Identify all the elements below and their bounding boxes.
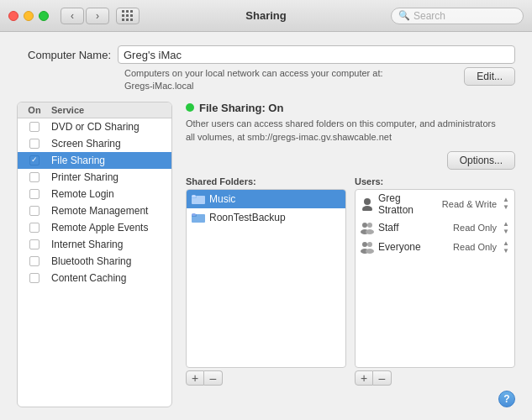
apps-grid-button[interactable] [116,8,140,24]
checkbox-remote-mgmt[interactable] [18,206,51,216]
nav-buttons: ‹ › [61,8,109,24]
user-permission: Read Only [453,223,497,233]
sidebar-item-remote-mgmt[interactable]: Remote Management [18,202,171,219]
group-icon [361,240,374,254]
checkbox-indicator-content-cache[interactable] [29,273,40,283]
down-arrow: ▼ [503,204,509,211]
service-name-internet: Internet Sharing [51,239,123,250]
checkbox-file[interactable] [18,155,51,165]
permission-arrows[interactable]: ▲▼ [503,197,509,211]
folders-list[interactable]: Music RoonTestBackup [186,189,346,368]
sidebar-item-content-cache[interactable]: Content Caching [18,270,171,286]
checkbox-bluetooth[interactable] [18,256,51,266]
up-arrow: ▲ [503,240,509,247]
remove-folder-button[interactable]: – [204,370,223,386]
close-button[interactable] [8,11,18,21]
user-permission: Read & Write [442,199,497,209]
service-name-bluetooth: Bluetooth Sharing [51,255,131,267]
users-list[interactable]: Greg StrattonRead & Write▲▼ StaffRead On… [355,189,515,368]
folder-icon [192,192,205,206]
folders-users-row: Shared Folders: Music RoonTestBackup + –… [186,176,515,386]
status-indicator [186,103,194,112]
user-item[interactable]: Greg StrattonRead & Write▲▼ [356,190,514,218]
checkbox-indicator-remote-mgmt[interactable] [29,206,40,216]
options-button-row: Options... [186,151,515,170]
right-panel: File Sharing: On Other users can access … [172,102,515,407]
minimize-button[interactable] [24,11,34,21]
user-item[interactable]: StaffRead Only▲▼ [356,218,514,238]
folder-name: RoonTestBackup [209,212,286,223]
folders-label: Shared Folders: [186,176,346,186]
checkbox-indicator-screen[interactable] [29,139,40,149]
sidebar-item-remote-apple[interactable]: Remote Apple Events [18,219,171,236]
computer-name-row: Computer Name: [17,45,515,64]
main-content: Computer Name: Computers on your local n… [0,32,532,420]
sidebar-item-screen[interactable]: Screen Sharing [18,135,171,152]
header-on: On [18,105,51,115]
checkbox-content-cache[interactable] [18,273,51,283]
network-info-text: Computers on your local network can acce… [124,67,383,93]
service-name-printer: Printer Sharing [51,171,119,183]
service-name-file: File Sharing [51,155,105,166]
service-name-content-cache: Content Caching [51,272,126,284]
add-user-button[interactable]: + [355,370,373,386]
checkbox-indicator-remote-login[interactable] [29,189,40,199]
user-item[interactable]: EveryoneRead Only▲▼ [356,238,514,257]
checkbox-dvd[interactable] [18,122,51,132]
sidebar-item-dvd[interactable]: DVD or CD Sharing [18,118,171,135]
edit-button[interactable]: Edit... [464,67,515,86]
back-button[interactable]: ‹ [61,8,84,24]
checkbox-printer[interactable] [18,172,51,182]
users-plus-minus: + – [355,370,515,386]
permission-arrows[interactable]: ▲▼ [503,221,509,235]
group-icon [361,221,374,234]
sidebar-item-bluetooth[interactable]: Bluetooth Sharing [18,253,171,270]
remove-user-button[interactable]: – [373,370,392,386]
checkbox-indicator-printer[interactable] [29,172,40,182]
checkbox-indicator-dvd[interactable] [29,122,40,132]
svg-point-7 [362,206,372,211]
user-permission: Read Only [453,242,497,252]
user-name: Greg Stratton [378,192,438,216]
checkbox-remote-login[interactable] [18,189,51,199]
svg-point-8 [362,223,367,228]
help-button-wrap: ? [186,386,515,407]
service-name-dvd: DVD or CD Sharing [51,121,140,133]
computer-name-input[interactable] [118,45,515,64]
checkbox-indicator-remote-apple[interactable] [29,223,40,233]
services-panel: On Service DVD or CD SharingScreen Shari… [17,102,172,407]
lower-section: On Service DVD or CD SharingScreen Shari… [17,102,515,407]
search-icon: 🔍 [398,10,410,21]
folder-section: Shared Folders: Music RoonTestBackup + – [186,176,346,386]
options-button[interactable]: Options... [447,151,515,170]
traffic-lights [8,11,49,21]
help-button[interactable]: ? [498,391,515,407]
search-box[interactable]: 🔍 Search [391,8,524,24]
user-icon [361,197,374,211]
maximize-button[interactable] [39,11,49,21]
up-arrow: ▲ [503,197,509,203]
folder-item[interactable]: Music [187,190,345,208]
up-arrow: ▲ [503,221,509,228]
down-arrow: ▼ [503,228,509,235]
checkbox-indicator-bluetooth[interactable] [29,256,40,266]
folder-item[interactable]: RoonTestBackup [187,208,345,227]
checkbox-indicator-file[interactable] [29,155,40,165]
permission-arrows[interactable]: ▲▼ [503,240,509,255]
sidebar-item-file[interactable]: File Sharing [18,152,171,169]
sidebar-item-internet[interactable]: Internet Sharing [18,236,171,253]
network-info-row: Computers on your local network can acce… [124,67,515,93]
add-folder-button[interactable]: + [186,370,204,386]
svg-rect-5 [192,213,196,216]
checkbox-indicator-internet[interactable] [29,239,40,249]
user-name: Staff [378,222,449,234]
status-description: Other users can access shared folders on… [186,118,515,144]
checkbox-screen[interactable] [18,139,51,149]
checkbox-internet[interactable] [18,239,51,249]
services-header: On Service [18,102,171,118]
sidebar-item-printer[interactable]: Printer Sharing [18,169,171,186]
checkbox-remote-apple[interactable] [18,223,51,233]
down-arrow: ▼ [503,248,509,255]
forward-button[interactable]: › [86,8,109,24]
sidebar-item-remote-login[interactable]: Remote Login [18,186,171,202]
